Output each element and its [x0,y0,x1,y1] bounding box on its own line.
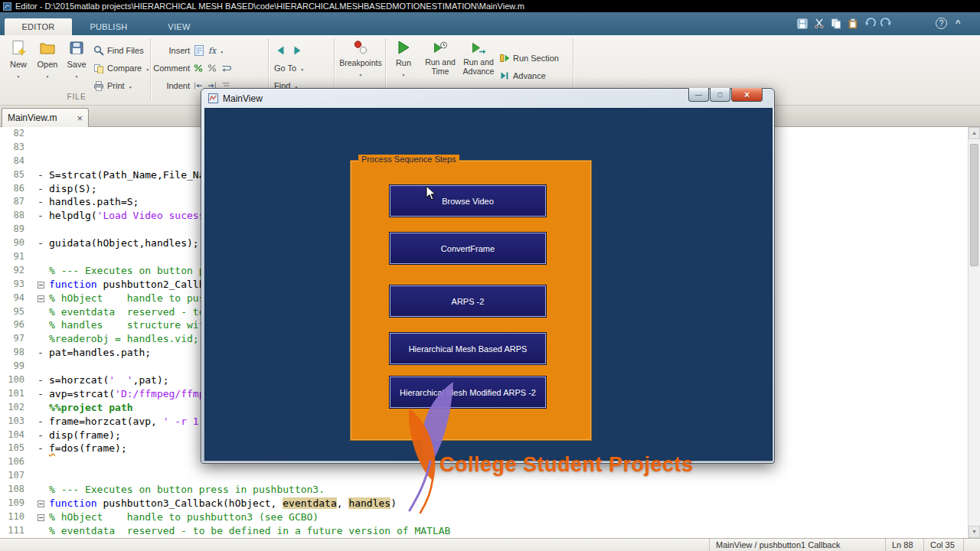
window-titlebar[interactable]: Editor - D:\2015matlab projects\HIERARCH… [0,0,980,12]
quick-access-undo-icon[interactable] [864,18,876,30]
quick-access-save-icon[interactable] [796,18,808,30]
insert-section-icon [193,44,205,57]
quick-access-paste-icon[interactable] [847,18,859,30]
line-number: 89 [0,223,32,236]
line-number: 109 [0,497,32,510]
ribbon-tab-bar: EDITOR PUBLISH VIEW ? ^ [0,12,980,35]
wrap-comments-icon[interactable] [220,63,231,73]
dialog-button-browse-video[interactable]: Browse Video [390,185,546,217]
quick-access-copy-icon[interactable] [830,18,842,30]
uncomment-icon[interactable] [207,63,217,73]
run-and-advance-button[interactable]: Run and Advance [461,37,496,76]
open-button[interactable]: Open [34,37,61,80]
mainview-title: MainView [223,93,263,104]
line-number: 107 [0,469,32,483]
fold-marker-icon[interactable] [32,510,49,524]
mouse-cursor [426,185,436,201]
dropdown-arrow-icon [17,70,21,80]
comment-row[interactable]: Comment [153,62,231,74]
line-number: 106 [0,455,32,469]
code-text: % hObject handle to pus [49,292,205,305]
code-line[interactable]: 111% eventdata reserved - to be defined … [0,524,968,538]
scroll-down-icon[interactable] [969,526,980,538]
help-icon[interactable]: ? [936,18,947,29]
collapse-ribbon-icon[interactable]: ^ [956,18,960,28]
executable-line-marker: - [32,346,49,360]
gutter-spacer [32,318,49,332]
code-text: guidata(hObject,handles); [49,236,199,250]
gutter-spacer [32,223,49,236]
dropdown-arrow-icon [220,46,224,55]
new-button[interactable]: New [5,37,32,80]
compare-button[interactable]: Compare [93,62,149,74]
go-back-icon[interactable] [276,44,288,57]
code-text: disp(frame); [49,429,121,442]
dropdown-arrow-icon [145,64,149,73]
insert-row[interactable]: Insert fx [153,44,224,57]
insert-function-icon[interactable]: fx [208,46,216,56]
advance-button[interactable]: Advance [499,70,546,82]
breakpoints-button[interactable]: Breakpoints [337,37,384,78]
indent-label: Indent [153,81,190,90]
save-button[interactable]: Save [63,37,90,80]
quick-access-redo-icon[interactable] [880,18,893,30]
code-text: handles.path=S; [49,195,139,209]
process-panel-title: Process Sequence Steps [358,155,459,164]
line-number: 96 [0,318,32,332]
gutter-spacer [32,155,49,168]
tab-publish[interactable]: PUBLISH [74,18,144,35]
code-line[interactable]: 109function pushbutton3_Callback(hObject… [0,497,968,510]
line-number: 94 [0,292,32,305]
dialog-button-arps-2[interactable]: ARPS -2 [390,285,546,317]
quick-access-cut-icon[interactable] [813,18,825,30]
line-number: 101 [0,387,32,401]
navigate-arrows [276,44,303,57]
scrollbar-thumb[interactable] [970,144,978,266]
run-section-button[interactable]: Run Section [499,52,559,64]
dialog-button-convertframe[interactable]: ConvertFrame [390,233,546,264]
run-and-time-button[interactable]: Run and Time [423,37,458,76]
maximize-button[interactable]: □ [710,88,730,102]
dialog-button-hierarchical-mesh-based-arps[interactable]: Hierarchical Mesh Based ARPS [390,333,546,364]
line-number: 86 [0,182,32,196]
close-button[interactable]: × [731,88,763,102]
scroll-up-icon[interactable] [969,127,980,139]
save-button-label: Save [67,60,86,69]
fold-marker-icon[interactable] [32,292,49,305]
gutter-spacer [32,305,49,319]
fold-marker-icon[interactable] [32,497,49,510]
code-line[interactable]: 108% --- Executes on button press in pus… [0,483,968,497]
code-text: %readerobj = handles.vid; [49,332,199,346]
executable-line-marker: - [32,168,49,182]
minimize-button[interactable]: — [688,88,709,102]
print-button[interactable]: Print [93,80,132,92]
go-forward-icon[interactable] [291,44,303,57]
gutter-spacer [32,524,49,538]
executable-line-marker: - [32,387,49,401]
line-number: 104 [0,429,32,442]
fold-marker-icon[interactable] [32,278,49,292]
dropdown-arrow-icon [75,70,79,80]
executable-line-marker: - [32,209,49,223]
editor-scrollbar[interactable] [968,127,980,538]
tab-view[interactable]: VIEW [145,18,213,35]
line-number: 111 [0,524,32,538]
code-line[interactable]: 110% hObject handle to pushbutton3 (see … [0,510,968,524]
document-tab-mainview[interactable]: MainView.m × [2,108,89,127]
line-number: 100 [0,373,32,387]
code-text: pat=handles.path; [49,346,151,360]
comment-icon[interactable] [193,63,204,73]
tab-editor[interactable]: EDITOR [5,18,72,35]
goto-button[interactable]: Go To [274,62,304,74]
run-button[interactable]: Run [389,37,418,78]
code-text: frame=horzcat(avp, ' -r 1 [49,415,199,429]
find-files-button[interactable]: Find Files [93,44,144,57]
code-text: % --- Executes on button p [49,264,205,278]
dropdown-arrow-icon [129,81,132,90]
code-text: % eventdata reserved - to be defined in … [49,524,450,538]
line-number: 92 [0,264,32,278]
breakpoints-icon [353,40,368,55]
close-tab-icon[interactable]: × [77,113,83,123]
code-text: function pushbutton3_Callback(hObject, e… [49,497,397,510]
mainview-window[interactable]: MainView — □ × Process Sequence Steps Br… [201,88,775,464]
